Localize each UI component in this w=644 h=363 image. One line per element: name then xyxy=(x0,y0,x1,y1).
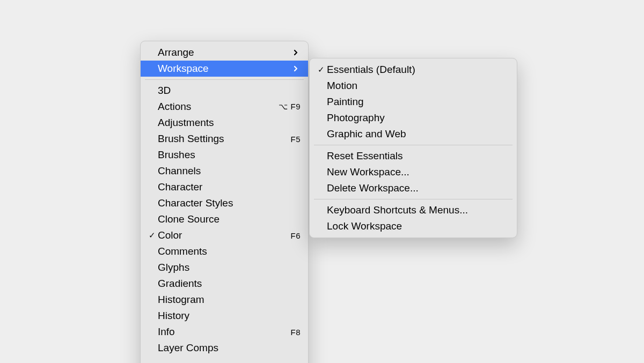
menu-item-label: Clone Source xyxy=(158,213,301,225)
menu-item-label: Graphic and Web xyxy=(327,128,509,140)
menu-item-info[interactable]: InfoF8 xyxy=(141,324,308,340)
menu-item-delete-workspace[interactable]: Delete Workspace... xyxy=(310,180,517,196)
menu-item-label: Character xyxy=(158,181,301,193)
menu-item-brush-settings[interactable]: Brush SettingsF5 xyxy=(141,131,308,147)
menu-item-label: Brushes xyxy=(158,149,301,161)
menu-item-label: Reset Essentials xyxy=(327,150,509,162)
menu-item-label: Character Styles xyxy=(158,197,301,209)
menu-item-graphic-and-web[interactable]: Graphic and Web xyxy=(310,126,517,142)
menu-item-label: New Workspace... xyxy=(327,166,509,178)
menu-item-arrange[interactable]: Arrange xyxy=(141,45,308,61)
menu-item-shortcut: ⌥ F9 xyxy=(279,102,301,112)
menu-item-essentials-default[interactable]: ✓Essentials (Default) xyxy=(310,62,517,78)
menu-item-label: 3D xyxy=(158,85,301,97)
menu-item-clone-source[interactable]: Clone Source xyxy=(141,211,308,227)
menu-item-label: Actions xyxy=(158,101,279,113)
menu-item-label: Glyphs xyxy=(158,262,301,273)
menu-item-label: Keyboard Shortcuts & Menus... xyxy=(327,204,509,216)
menu-item-shortcut: F6 xyxy=(290,231,301,240)
chevron-right-icon xyxy=(293,65,301,72)
menu-item-label: Arrange xyxy=(158,47,293,58)
menu-item-adjustments[interactable]: Adjustments xyxy=(141,115,308,131)
menu-item-color[interactable]: ✓ColorF6 xyxy=(141,227,308,243)
menu-item-gradients[interactable]: Gradients xyxy=(141,276,308,292)
menu-item-histogram[interactable]: Histogram xyxy=(141,292,308,308)
workspace-submenu: ✓Essentials (Default)MotionPaintingPhoto… xyxy=(309,58,517,238)
menu-item-motion[interactable]: Motion xyxy=(310,78,517,94)
menu-item-label: Color xyxy=(158,229,290,241)
window-menu: ArrangeWorkspace3DActions⌥ F9Adjustments… xyxy=(140,41,309,363)
menu-separator xyxy=(145,79,304,80)
menu-item-character[interactable]: Character xyxy=(141,179,308,195)
menu-item-glyphs[interactable]: Glyphs xyxy=(141,260,308,276)
menu-item-shortcut: F8 xyxy=(290,328,301,337)
menu-item-character-styles[interactable]: Character Styles xyxy=(141,195,308,211)
menu-item-reset-essentials[interactable]: Reset Essentials xyxy=(310,148,517,164)
menu-item-label: Delete Workspace... xyxy=(327,182,509,194)
menu-item-label: Brush Settings xyxy=(158,133,290,145)
menu-item-label: Motion xyxy=(327,80,509,92)
menu-item-3d[interactable]: 3D xyxy=(141,83,308,99)
menu-item-label: Lock Workspace xyxy=(327,220,509,232)
menu-separator xyxy=(314,199,513,199)
menu-item-photography[interactable]: Photography xyxy=(310,110,517,126)
menu-item-workspace[interactable]: Workspace xyxy=(141,61,308,77)
menu-item-label: Layer Comps xyxy=(158,342,301,354)
menu-item-label: History xyxy=(158,310,301,322)
menu-item-shortcut: F5 xyxy=(290,135,301,144)
menu-item-layer-comps[interactable]: Layer Comps xyxy=(141,340,308,356)
menu-item-label: Info xyxy=(158,326,290,338)
menu-item-label: Painting xyxy=(327,96,509,108)
chevron-right-icon xyxy=(293,49,301,56)
menu-item-keyboard-shortcuts-menus[interactable]: Keyboard Shortcuts & Menus... xyxy=(310,202,517,218)
menu-item-history[interactable]: History xyxy=(141,308,308,324)
check-icon: ✓ xyxy=(315,65,327,75)
menu-item-label: Comments xyxy=(158,246,301,257)
menu-item-label: Essentials (Default) xyxy=(327,64,509,76)
menu-separator xyxy=(314,145,513,145)
menu-item-label: Adjustments xyxy=(158,117,301,129)
menu-item-label: Photography xyxy=(327,112,509,124)
menu-item-label: Channels xyxy=(158,165,301,177)
menu-item-label: Gradients xyxy=(158,278,301,290)
menu-item-lock-workspace[interactable]: Lock Workspace xyxy=(310,218,517,234)
menu-item-comments[interactable]: Comments xyxy=(141,243,308,260)
check-icon: ✓ xyxy=(146,231,158,240)
menu-item-brushes[interactable]: Brushes xyxy=(141,147,308,163)
menu-item-actions[interactable]: Actions⌥ F9 xyxy=(141,99,308,115)
menu-item-label: Workspace xyxy=(158,63,293,75)
menu-item-painting[interactable]: Painting xyxy=(310,94,517,110)
menu-item-label: Histogram xyxy=(158,294,301,306)
menu-item-channels[interactable]: Channels xyxy=(141,163,308,179)
menu-item-new-workspace[interactable]: New Workspace... xyxy=(310,164,517,180)
